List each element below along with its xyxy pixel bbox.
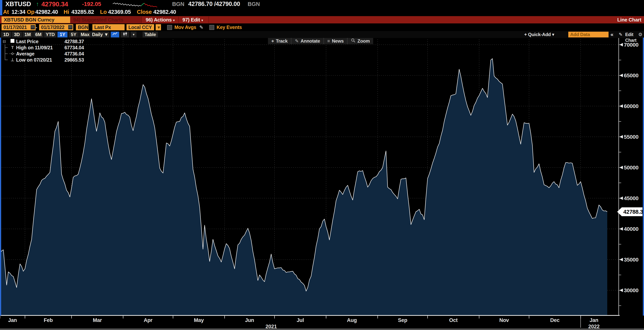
- track-button[interactable]: ⌖Track: [268, 38, 291, 44]
- low-marker-icon: ⊥: [9, 57, 16, 63]
- tool-label: News: [332, 38, 344, 44]
- security-symbol: XBTUSD: [5, 1, 31, 8]
- x-axis-label: Jan: [590, 317, 598, 323]
- price-chart-canvas[interactable]: 3000035000400004500050000550006000065000…: [0, 0, 644, 330]
- mov-avgs-label[interactable]: Mov Avgs: [174, 24, 196, 30]
- magnifier-icon: [351, 38, 356, 44]
- chart-type-dropdown[interactable]: ▾: [131, 32, 136, 38]
- frequency-select[interactable]: Daily ▼: [91, 32, 109, 38]
- tab-6M[interactable]: 6M: [33, 32, 43, 38]
- bloomberg-terminal-window: 3000035000400004500050000550006000065000…: [0, 0, 644, 330]
- chart-left-edge: [0, 38, 1, 315]
- x-axis-label: Aug: [347, 317, 357, 323]
- high-value: 43285.82: [71, 9, 94, 15]
- legend-item-low-on-07-20-21[interactable]: ⊥Low on 07/20/2129865.53: [3, 57, 84, 63]
- news-lines-icon: ≡: [327, 38, 330, 44]
- pencil-icon[interactable]: ✎: [199, 24, 203, 30]
- high-label: Hi: [64, 9, 69, 15]
- price-area-fill: [0, 59, 607, 315]
- edit-menu[interactable]: 97) Edit ▾: [182, 16, 203, 24]
- venue-label-left: BGN: [172, 1, 184, 8]
- date-from-input[interactable]: 01/17/2021: [2, 24, 36, 30]
- white-square-icon: [9, 38, 16, 45]
- y-axis-label: 30000: [624, 287, 638, 293]
- function-toolbar: XBTUSD BGN Curncy 94) Suggested Charts 9…: [0, 16, 644, 24]
- last-price-badge-text: 42788.37: [623, 209, 644, 215]
- x-axis-label: Feb: [44, 317, 53, 323]
- pencil-icon: ✎: [295, 38, 298, 44]
- x-axis-label: Nov: [499, 317, 509, 323]
- y-tick-arrow: [620, 74, 623, 77]
- tab-1D[interactable]: 1D: [1, 32, 11, 38]
- legend-value: 29865.53: [64, 57, 84, 63]
- y-axis-label: 35000: [624, 257, 638, 263]
- suggested-charts-button[interactable]: 94) Suggested Charts: [70, 17, 142, 23]
- actions-menu[interactable]: 96) Actions ▾: [146, 16, 175, 24]
- at-time: 12:34: [12, 9, 26, 15]
- add-data-input[interactable]: Add Data: [568, 32, 608, 38]
- chart-right-edge: [643, 38, 644, 315]
- x-axis-label: Jun: [245, 317, 254, 323]
- tab-3D[interactable]: 3D: [12, 32, 22, 38]
- tool-label: Annotate: [300, 38, 320, 44]
- y-tick-arrow: [620, 135, 623, 139]
- legend-label: Average: [16, 51, 64, 57]
- gear-icon[interactable]: ⚙: [638, 32, 642, 38]
- source-input[interactable]: BGN: [76, 24, 88, 30]
- y-tick-arrow: [620, 166, 623, 169]
- calendar-icon[interactable]: [31, 25, 35, 29]
- currency-dropdown-button[interactable]: ▾: [156, 24, 161, 30]
- y-axis-label: 40000: [624, 226, 638, 232]
- legend-value: 47736.04: [64, 51, 84, 57]
- date-range-separator: -: [36, 24, 37, 30]
- security-input[interactable]: XBTUSD BGN Curncy: [2, 17, 71, 23]
- chart-legend: ⊟Last Price42788.37THigh on 11/09/216773…: [3, 38, 84, 63]
- tab-1Y[interactable]: 1Y: [58, 32, 68, 38]
- open-label: Op: [27, 9, 34, 15]
- edit-pencil-icon[interactable]: ✎: [619, 32, 622, 38]
- y-tick-arrow: [620, 43, 623, 47]
- y-axis-label: 60000: [624, 103, 638, 109]
- calendar-icon[interactable]: [68, 25, 72, 29]
- legend-expander-icon[interactable]: ⊟: [3, 38, 9, 45]
- key-events-label[interactable]: Key Events: [216, 24, 242, 30]
- y-tick-arrow: [620, 196, 623, 200]
- mov-avgs-checkbox[interactable]: [167, 25, 172, 30]
- legend-item-high-on-11-09-21[interactable]: THigh on 11/09/2167734.04: [3, 45, 84, 51]
- quote-bar: XBTUSD ↑ 42790.34 -192.05 BGN 42786.70 /…: [0, 0, 644, 16]
- tab-YTD[interactable]: YTD: [44, 32, 56, 38]
- price-change: -192.05: [82, 1, 101, 8]
- x-axis-label: Oct: [449, 317, 458, 323]
- tab-5Y[interactable]: 5Y: [68, 32, 78, 38]
- tool-label: Track: [276, 38, 288, 44]
- tab-Max[interactable]: Max: [79, 32, 91, 38]
- y-tick-arrow: [620, 104, 623, 108]
- legend-label: Low on 07/20/21: [16, 57, 64, 63]
- table-button[interactable]: Table: [142, 32, 158, 38]
- zoom-button[interactable]: Zoom: [347, 38, 373, 44]
- legend-item-average[interactable]: Average47736.04: [3, 51, 84, 57]
- candlestick-icon: [122, 32, 128, 37]
- x-axis-label: Jul: [297, 317, 304, 323]
- chevron-down-icon: ▾: [173, 19, 175, 22]
- quick-add-button[interactable]: + Quick-Add ▾: [524, 32, 554, 38]
- price-type-input[interactable]: Last Px: [92, 24, 124, 30]
- key-events-checkbox[interactable]: [209, 25, 214, 30]
- legend-label: Last Price: [16, 38, 64, 45]
- news-button[interactable]: ≡News: [324, 38, 347, 44]
- currency-select[interactable]: Local CCY: [126, 24, 154, 30]
- annotate-button[interactable]: ✎Annotate: [291, 38, 323, 44]
- date-to-input[interactable]: 01/17/2022: [39, 24, 73, 30]
- collapse-panel-button[interactable]: «: [610, 32, 613, 38]
- candle-chart-type-button[interactable]: [121, 32, 129, 38]
- line-chart-type-button[interactable]: [111, 32, 119, 38]
- last-price: 42790.34: [42, 1, 68, 8]
- x-axis-label: Apr: [144, 317, 152, 323]
- legend-item-last-price[interactable]: ⊟Last Price42788.37: [3, 38, 84, 45]
- low-value: 42369.05: [108, 9, 131, 15]
- crosshair-icon: ⌖: [272, 38, 274, 44]
- y-axis-label: 65000: [624, 73, 638, 79]
- x-axis-label: Sep: [398, 317, 407, 323]
- tab-1M[interactable]: 1M: [22, 32, 32, 38]
- high-marker-icon: T: [9, 45, 16, 51]
